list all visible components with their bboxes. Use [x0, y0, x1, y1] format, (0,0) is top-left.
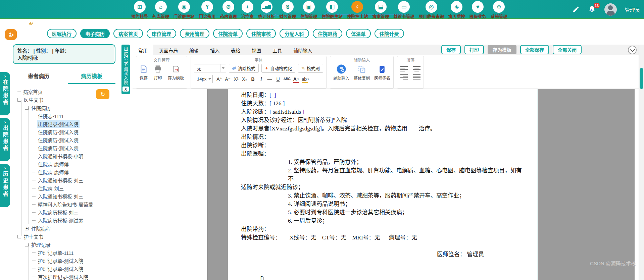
module-tab[interactable]: 体温单 [346, 29, 371, 38]
editor-menu-tab[interactable]: 常用 [133, 45, 153, 55]
tree-expander-icon[interactable] [17, 235, 21, 238]
tree-item[interactable]: 出院记录-测试入院 [14, 120, 117, 128]
tree-item[interactable]: 住院病历-测试入院 [14, 144, 117, 152]
top-nav-item[interactable]: ◧ 住院医生站 [320, 1, 344, 19]
editor-menu-tab[interactable]: 插入 [204, 45, 225, 55]
editor-menu-tab[interactable]: 页面布局 [153, 45, 184, 55]
tree-item[interactable]: 首次护理记录-测试入院 [14, 273, 117, 280]
module-tab[interactable]: 住院计费 [375, 29, 404, 38]
module-tab[interactable]: 床位管理 [147, 29, 176, 38]
tree-item[interactable]: 精神科入院告知书-周菊爱 [14, 200, 117, 208]
tree-expander-icon[interactable] [25, 106, 29, 110]
tab-record-templates[interactable]: 病历模板 [65, 69, 118, 84]
paragraph-style-select[interactable]: 无 [194, 64, 226, 72]
tree-item[interactable]: 入院通知书模板-刘三 [14, 176, 117, 184]
close-document-button[interactable]: X [122, 87, 129, 92]
font-size-select[interactable]: 14px [194, 75, 213, 83]
editor-menu-tab[interactable]: 辅助输入 [288, 45, 318, 55]
tree-item[interactable]: 入院通知书模板-小明 [14, 152, 117, 160]
editor-action-button[interactable]: 全部保存 [520, 45, 549, 54]
editor-action-button[interactable]: 保存 [441, 45, 461, 54]
top-nav-item[interactable]: ⌂ 药库管理 [151, 1, 171, 19]
format-painter-button[interactable]: ✎ 格式刷 [298, 64, 323, 73]
edit-pencil-icon[interactable] [572, 6, 580, 13]
font-style-button[interactable]: X² [232, 75, 240, 83]
font-style-button[interactable]: U [274, 75, 282, 83]
font-style-button[interactable]: A [292, 75, 300, 83]
tree-item[interactable]: 护士文书 [14, 232, 117, 240]
tree-item[interactable]: 住院病历-测试入院 [14, 128, 117, 136]
font-style-button[interactable]: X₂ [241, 75, 248, 83]
top-nav-item[interactable]: ◉ 门诊医生站 [172, 1, 196, 19]
tree-item[interactable]: 住院志-康师傅 [14, 160, 117, 168]
refresh-button[interactable]: ↻ [96, 89, 109, 99]
top-nav-item[interactable]: ⊞ 预约挂号 [130, 1, 150, 19]
top-nav-item[interactable]: ¥ 门诊费用 [197, 1, 217, 19]
top-nav-item[interactable]: ♀ 住院护士站 [345, 1, 370, 19]
font-style-button[interactable]: ABC [283, 75, 292, 83]
top-nav-item[interactable]: ⊘ 药房管理 [218, 1, 239, 19]
patient-list-button[interactable] [5, 29, 17, 40]
top-nav-item[interactable]: ▂▅▇ 统计分析 [256, 1, 277, 19]
align-left-button[interactable] [400, 66, 408, 71]
top-nav-item[interactable]: ▣ 住院管理 [299, 1, 319, 19]
font-style-button[interactable]: B [249, 75, 257, 83]
top-nav-item[interactable]: $ 财务管理 [278, 1, 298, 19]
align-right-button[interactable] [400, 74, 408, 79]
tree-item[interactable]: 住院志-康师傅 [14, 168, 117, 176]
save-button[interactable]: 保存 [139, 65, 148, 80]
tree-item[interactable]: 护理记录单-测试入院 [14, 265, 117, 273]
tree-item[interactable]: 住院病程 [14, 224, 117, 232]
auto-format-button[interactable]: ✦ 自动格式化 [261, 64, 295, 73]
editor-menu-tab[interactable]: 工具 [267, 45, 288, 55]
tree-item[interactable]: 住院病历 [14, 104, 117, 112]
notification-bell-icon[interactable]: + 13 [588, 5, 596, 14]
editor-scrollbar[interactable] [639, 45, 644, 280]
copy-all-button[interactable]: 整体复制 [354, 65, 370, 81]
editor-menu-tab[interactable]: 编辑 [184, 45, 204, 55]
tree-item[interactable]: 护理记录 [14, 240, 117, 248]
collapse-toolbar-button[interactable] [628, 46, 637, 54]
top-nav-item[interactable]: ◎ 项目收费查询 [417, 1, 446, 19]
module-tab[interactable]: 费用管理 [180, 29, 209, 38]
tree-expander-icon[interactable] [17, 98, 21, 102]
tree-item[interactable]: 护理记录单-1111 [14, 248, 117, 257]
tree-item[interactable]: 入院通知书模板-刘三 [14, 192, 117, 200]
font-style-button[interactable]: I [257, 75, 265, 83]
tree-item[interactable]: 住院志-1111 [14, 112, 117, 120]
save-as-template-button[interactable]: 存为模板 [168, 65, 184, 80]
patient-group-strip[interactable]: › 在院患者 [0, 72, 10, 115]
top-nav-item[interactable]: ⚙ 系统管理 [489, 1, 509, 19]
editor-action-button[interactable]: 打印 [464, 45, 484, 54]
open-document-tab[interactable]: 出院记录-测试入院 X [121, 45, 130, 94]
font-style-button[interactable]: ab [301, 75, 310, 83]
print-button[interactable]: 打印 [153, 64, 162, 80]
patient-group-strip[interactable]: › 出院患者 [0, 118, 10, 161]
doctor-sign-button[interactable]: 医师签名 [374, 65, 390, 81]
top-nav-item[interactable]: ◈ 病历质控 [447, 1, 467, 19]
top-nav-item[interactable]: ▤ 病案管理 [370, 1, 391, 19]
module-tab[interactable]: 病案首页 [113, 29, 143, 38]
module-tab[interactable]: 住院清单 [213, 29, 243, 38]
editor-scrollbar-thumb[interactable] [640, 68, 643, 89]
module-tab[interactable]: 医嘱执行 [47, 29, 77, 38]
user-avatar[interactable] [604, 3, 617, 16]
tree-item[interactable]: 入院病历模板-刘三 [14, 208, 117, 216]
tree-item[interactable]: 护理记录单-测试入院 [14, 257, 117, 265]
font-style-button[interactable]: A⁺ [215, 75, 223, 83]
editor-menu-tab[interactable]: 视图 [246, 45, 267, 55]
clear-format-button[interactable]: 清除格式 [229, 64, 259, 73]
font-style-button[interactable]: A⁻ [224, 75, 232, 83]
tab-patient-records[interactable]: 患者病历 [12, 69, 65, 84]
tree-expander-icon[interactable] [25, 227, 29, 230]
editor-action-button[interactable]: 全部关闭 [553, 45, 582, 54]
module-tab[interactable]: 住院审核 [246, 29, 276, 38]
editor-menu-tab[interactable]: 表格 [225, 45, 246, 55]
module-tab[interactable]: 分配入科 [280, 29, 309, 38]
assist-input-button[interactable]: 辅助输入 [333, 64, 349, 81]
align-center-button[interactable] [413, 66, 420, 71]
tree-expander-icon[interactable] [25, 243, 29, 246]
top-nav-item[interactable]: ▭ 就诊卡管理 [392, 1, 416, 19]
font-style-button[interactable]: — [266, 75, 274, 83]
tree-item[interactable]: 住院志-刘三 [14, 184, 117, 192]
